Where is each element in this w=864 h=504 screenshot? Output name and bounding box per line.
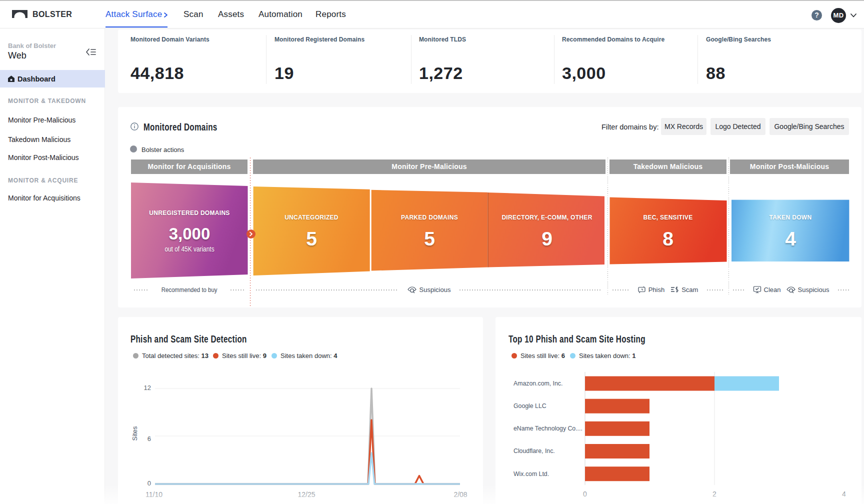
svg-text:Sites: Sites	[131, 426, 138, 440]
svg-text:Google LLC: Google LLC	[514, 402, 546, 410]
svg-text:2: 2	[712, 490, 716, 498]
svg-text:eName Technology Co....: eName Technology Co....	[514, 425, 582, 432]
svg-text:Cloudflare, Inc.: Cloudflare, Inc.	[514, 448, 555, 454]
svg-text:4: 4	[842, 490, 846, 498]
svg-text:11/10: 11/10	[146, 490, 162, 498]
svg-text:Amazon.com, Inc.: Amazon.com, Inc.	[514, 380, 562, 387]
svg-text:12/25: 12/25	[298, 490, 315, 498]
svg-text:0: 0	[148, 480, 151, 487]
svg-text:2/08: 2/08	[454, 490, 467, 498]
svg-text:12: 12	[144, 384, 151, 392]
svg-text:6: 6	[148, 435, 151, 442]
svg-text:0: 0	[583, 490, 587, 498]
svg-text:Wix.com Ltd.: Wix.com Ltd.	[514, 470, 549, 478]
